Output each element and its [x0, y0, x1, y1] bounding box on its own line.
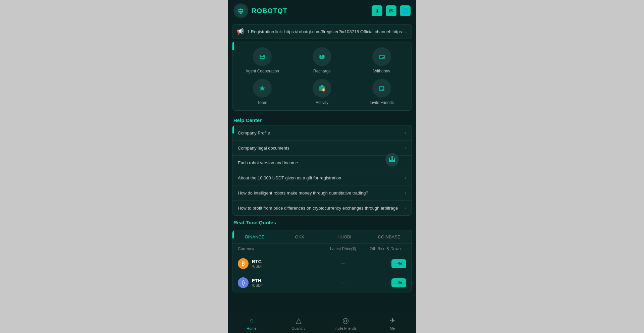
menu-item-recharge[interactable]: $ Recharge	[295, 47, 349, 73]
bottom-nav: ⌂ Home △ Quantify ◎ Invite Friends ✈ Me	[228, 312, 416, 333]
activity-icon: +	[313, 79, 331, 98]
quotes-row-eth: ⟠ ETH /USDT -- --%	[232, 273, 412, 292]
announcement-text: 1.Registration link: https://robotqt.com…	[247, 29, 408, 34]
help-item-quantitative-trading[interactable]: How do intelligent robots make money thr…	[232, 185, 412, 201]
svg-rect-8	[261, 57, 264, 58]
chevron-right-icon: ›	[405, 190, 406, 196]
menu-item-invite-friends[interactable]: Invite Friends	[355, 79, 409, 105]
svg-rect-23	[380, 88, 383, 89]
svg-rect-14	[380, 57, 382, 58]
menu-item-agent-cooperation[interactable]: Agent Cooperation	[235, 47, 289, 73]
recharge-icon: $	[313, 47, 331, 66]
exchange-tabs: BINANCE OKX HUOBI COINBASE	[232, 230, 412, 244]
svg-marker-15	[259, 86, 265, 91]
tab-okx[interactable]: OKX	[277, 230, 322, 243]
menu-label-team: Team	[257, 100, 267, 105]
svg-rect-13	[380, 56, 384, 57]
menu-label-agent-cooperation: Agent Cooperation	[246, 69, 279, 73]
btc-pair: /USDT	[252, 264, 263, 268]
nav-item-me[interactable]: ✈ Me	[369, 315, 416, 332]
menu-item-activity[interactable]: + Activity	[295, 79, 349, 105]
nav-label-invite: Invite Friends	[334, 326, 357, 330]
eth-pair: /USDT	[252, 283, 263, 287]
svg-rect-22	[380, 87, 383, 88]
tab-huobi[interactable]: HUOBI	[322, 230, 367, 243]
eth-icon: ⟠	[238, 277, 249, 288]
btc-change-badge: --%	[391, 259, 406, 268]
help-item-text: Company Profile	[238, 130, 270, 135]
withdraw-icon	[372, 47, 391, 66]
quantify-icon: △	[296, 316, 302, 325]
menu-label-withdraw: Withdraw	[373, 69, 390, 73]
header-change: 24h Rise & Down	[364, 246, 407, 251]
help-item-arbitrage[interactable]: How to profit from price differences on …	[232, 201, 412, 215]
menu-label-invite-friends: Invite Friends	[370, 100, 394, 105]
help-item-robot-version[interactable]: Each robot version and income	[232, 156, 412, 170]
chevron-right-icon: ›	[405, 175, 406, 180]
help-center-title: Help Center	[228, 113, 416, 125]
menu-label-recharge: Recharge	[313, 69, 331, 73]
svg-rect-4	[240, 13, 241, 14]
eth-change-badge: --%	[391, 278, 406, 287]
btc-name: BTC	[252, 259, 263, 264]
invite-icon: ◎	[342, 316, 349, 325]
btc-currency-info: ₿ BTC /USDT	[238, 258, 322, 269]
agent-cooperation-icon	[253, 47, 272, 66]
svg-rect-29	[391, 161, 393, 161]
chevron-right-icon: ›	[405, 130, 406, 135]
globe-button[interactable]: 🌐	[400, 5, 411, 16]
svg-rect-5	[240, 8, 241, 9]
invite-friends-icon	[372, 79, 391, 98]
svg-rect-26	[389, 158, 395, 162]
avatar	[233, 3, 248, 18]
announcement-icon: 📢	[236, 28, 244, 35]
announcement-bar: 📢 1.Registration link: https://robotqt.c…	[232, 24, 412, 39]
header-left: ROBOTQT	[233, 3, 287, 18]
mail-button[interactable]: ✉	[386, 5, 396, 16]
svg-rect-17	[321, 85, 322, 87]
header: ROBOTQT ⬇ ✉ 🌐	[228, 0, 416, 21]
svg-point-7	[261, 54, 263, 56]
nav-item-invite[interactable]: ◎ Invite Friends	[322, 315, 369, 332]
help-item-company-profile[interactable]: Company Profile ›	[232, 125, 412, 141]
help-item-text: How do intelligent robots make money thr…	[238, 190, 368, 196]
app-container: ROBOTQT ⬇ ✉ 🌐 📢 1.Registration link: htt…	[228, 0, 416, 333]
nav-label-quantify: Quantify	[292, 326, 306, 330]
nav-label-home: Home	[247, 326, 256, 330]
menu-item-team[interactable]: Team	[235, 79, 289, 105]
nav-item-home[interactable]: ⌂ Home	[228, 315, 275, 332]
download-button[interactable]: ⬇	[372, 5, 382, 16]
svg-point-31	[391, 155, 393, 156]
help-item-text: About the 10,000 USDT given as a gift fo…	[238, 175, 341, 180]
quotes-header: Currency Latest Price($) 24h Rise & Down	[232, 244, 412, 254]
tab-binance[interactable]: BINANCE	[232, 230, 277, 243]
header-icons: ⬇ ✉ 🌐	[372, 5, 411, 16]
svg-point-28	[393, 158, 394, 160]
floating-robot	[385, 152, 399, 167]
menu-grid-container: Agent Cooperation $ Recharge	[232, 42, 412, 111]
help-item-usdt-gift[interactable]: About the 10,000 USDT given as a gift fo…	[232, 170, 412, 185]
help-item-text: Company legal documents	[238, 146, 289, 151]
svg-rect-18	[322, 85, 323, 87]
btc-icon: ₿	[238, 258, 249, 269]
menu-item-withdraw[interactable]: Withdraw	[355, 47, 409, 73]
help-list: Company Profile › Company legal document…	[232, 125, 412, 216]
svg-rect-1	[238, 9, 243, 13]
eth-currency-info: ⟠ ETH /USDT	[238, 277, 322, 288]
header-currency: Currency	[238, 246, 322, 251]
real-time-quotes-title: Real-Time Quotes	[228, 216, 416, 227]
menu-label-activity: Activity	[316, 100, 328, 105]
svg-rect-2	[239, 10, 241, 11]
home-icon: ⌂	[249, 316, 254, 325]
nav-item-quantify[interactable]: △ Quantify	[275, 315, 322, 332]
quotes-row-btc: ₿ BTC /USDT -- --%	[232, 254, 412, 273]
svg-text:+: +	[323, 89, 324, 91]
svg-text:$: $	[321, 54, 322, 57]
svg-rect-24	[380, 89, 382, 90]
tab-coinbase[interactable]: COINBASE	[367, 230, 412, 243]
eth-name-group: ETH /USDT	[252, 278, 263, 287]
header-price: Latest Price($)	[322, 246, 364, 251]
svg-point-27	[390, 158, 392, 160]
help-item-text: How to profit from price differences on …	[238, 206, 398, 211]
btc-price: --	[322, 261, 364, 267]
